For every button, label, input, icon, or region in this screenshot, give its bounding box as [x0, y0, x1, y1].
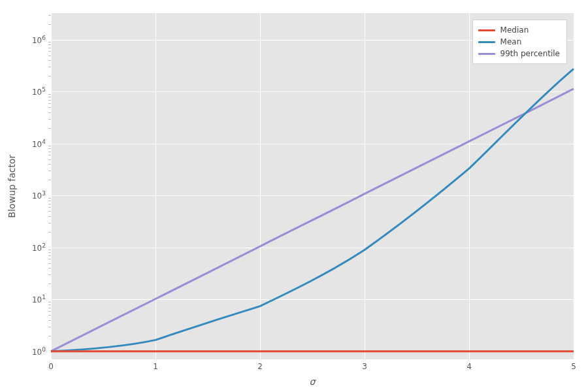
y-tick-label: 102	[32, 242, 46, 253]
series-mean	[51, 69, 574, 351]
x-tick-label: 2	[257, 362, 263, 371]
y-tick-label: 101	[32, 294, 46, 304]
legend-item-mean: Mean	[478, 36, 560, 48]
y-tick-label: 100	[32, 346, 46, 357]
legend-label: Median	[500, 25, 529, 35]
x-tick-label: 1	[153, 362, 158, 371]
y-tick-label: 106	[32, 35, 46, 45]
x-tick-label: 0	[48, 362, 54, 371]
legend-label: Mean	[500, 37, 522, 46]
x-tick-label: 3	[362, 362, 367, 371]
x-tick-label: 4	[466, 362, 472, 371]
legend-label: 99th percentile	[500, 49, 560, 58]
grid-v	[574, 13, 574, 359]
series-layer	[51, 13, 574, 359]
legend-swatch	[478, 29, 495, 31]
y-tick-label: 103	[32, 190, 46, 201]
legend-item-median: Median	[478, 24, 560, 36]
y-axis-label: Blowup factor	[7, 155, 17, 218]
x-axis-label: σ	[310, 376, 316, 387]
y-tick-label: 104	[32, 139, 46, 149]
series-p99	[51, 89, 574, 351]
y-tick-label: 105	[32, 86, 46, 97]
legend-item-p99: 99th percentile	[478, 48, 560, 59]
x-tick-label: 5	[571, 362, 576, 371]
plot-area: Median Mean 99th percentile	[51, 13, 574, 359]
legend-swatch	[478, 53, 495, 55]
legend-swatch	[478, 41, 495, 43]
legend: Median Mean 99th percentile	[472, 20, 567, 64]
chart-figure: Median Mean 99th percentile 0 1 2 3 4 5 …	[0, 0, 588, 392]
